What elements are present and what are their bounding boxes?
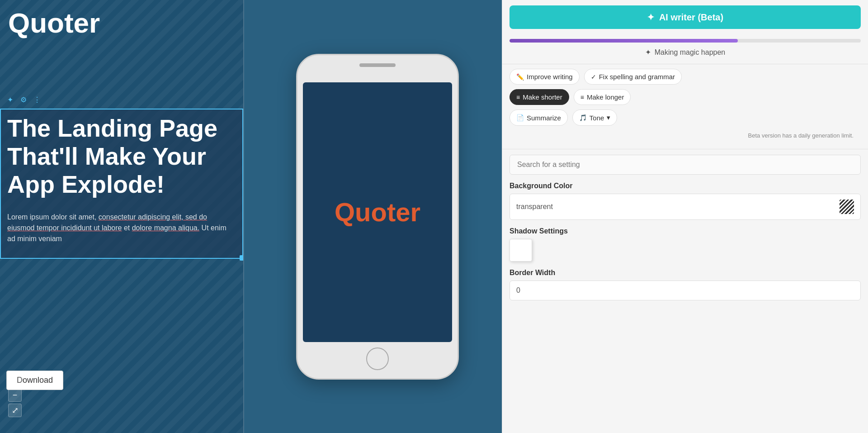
- make-longer-button[interactable]: ≡ Make longer: [574, 89, 631, 105]
- resize-handle[interactable]: [240, 255, 244, 261]
- phone-mockup: Quoter: [296, 54, 459, 380]
- shadow-preview[interactable]: [509, 239, 532, 262]
- chevron-down-icon: ▾: [607, 114, 610, 122]
- summarize-button[interactable]: 📄 Summarize: [509, 109, 568, 126]
- body-text-start: Lorem ipsum dolor sit amet,: [7, 213, 99, 221]
- check-icon: ✓: [591, 73, 596, 81]
- heading-text: The Landing Page That'll Make Your App E…: [1, 109, 242, 207]
- tone-button[interactable]: 🎵 Tone ▾: [572, 109, 618, 126]
- progress-track: [509, 39, 861, 43]
- making-magic-label: Making magic happen: [655, 48, 726, 57]
- zoom-out-button[interactable]: −: [8, 388, 22, 402]
- ai-writer-label: AI writer (Beta): [659, 12, 723, 23]
- move-icon[interactable]: ✦: [5, 94, 15, 105]
- phone-screen: Quoter: [303, 82, 452, 342]
- summarize-label: Summarize: [527, 114, 561, 122]
- zoom-in-button[interactable]: +: [8, 373, 22, 386]
- ai-writer-button[interactable]: ✦ AI writer (Beta): [509, 5, 861, 29]
- settings-search-input[interactable]: [509, 155, 861, 175]
- make-shorter-label: Make shorter: [523, 93, 562, 101]
- tone-label: Tone: [590, 114, 604, 122]
- border-width-row[interactable]: 0: [509, 281, 861, 300]
- body-text-mid: et: [122, 224, 132, 232]
- desktop-panel: Quoter ✦ ⚙ ⋮ The Landing Page That'll Ma…: [0, 0, 244, 433]
- make-shorter-button[interactable]: ≡ Make shorter: [509, 89, 569, 105]
- progress-fill: [509, 39, 738, 43]
- shadow-settings-label: Shadow Settings: [509, 227, 861, 235]
- selected-block[interactable]: ✦ ⚙ ⋮ The Landing Page That'll Make Your…: [0, 109, 243, 259]
- background-color-value: transparent: [516, 203, 553, 211]
- doc-icon: 📄: [516, 114, 524, 121]
- border-width-value: 0: [516, 286, 520, 294]
- expand-icon: ≡: [580, 94, 584, 101]
- block-toolbar: ✦ ⚙ ⋮: [1, 92, 46, 107]
- fix-spelling-button[interactable]: ✓ Fix spelling and grammar: [584, 69, 682, 85]
- body-text: Lorem ipsum dolor sit amet, consectetur …: [1, 207, 242, 258]
- phone-home-button[interactable]: [366, 347, 389, 370]
- ai-actions-row-1: ✏️ Improve writing ✓ Fix spelling and gr…: [509, 69, 861, 85]
- settings-section: Background Color transparent Shadow Sett…: [502, 149, 868, 306]
- zoom-controls: + − ⤢: [8, 373, 22, 417]
- transparent-icon: [840, 200, 854, 214]
- border-width-label: Border Width: [509, 269, 861, 277]
- tone-icon: 🎵: [579, 114, 587, 121]
- zoom-fullscreen-button[interactable]: ⤢: [8, 404, 22, 417]
- sparkle-icon-2: ✦: [645, 48, 651, 57]
- making-magic: ✦ Making magic happen: [502, 44, 868, 64]
- make-longer-label: Make longer: [587, 93, 624, 101]
- canvas-area: Quoter ✦ ⚙ ⋮ The Landing Page That'll Ma…: [0, 0, 502, 433]
- ai-actions-row-3: 📄 Summarize 🎵 Tone ▾: [509, 109, 861, 126]
- wand-icon: ✏️: [516, 73, 524, 81]
- ai-actions: ✏️ Improve writing ✓ Fix spelling and gr…: [502, 64, 868, 149]
- right-panel: ✦ AI writer (Beta) ✦ Making magic happen…: [502, 0, 868, 433]
- sparkle-icon: ✦: [647, 12, 655, 23]
- beta-note: Beta version has a daily generation limi…: [509, 130, 861, 144]
- quoter-title: Quoter: [8, 9, 100, 37]
- improve-writing-label: Improve writing: [527, 73, 573, 81]
- settings-icon[interactable]: ⚙: [18, 94, 29, 105]
- mobile-panel: Quoter: [251, 0, 502, 433]
- ai-actions-row-2: ≡ Make shorter ≡ Make longer: [509, 89, 861, 105]
- background-color-label: Background Color: [509, 182, 861, 190]
- shadow-preview-container: [509, 239, 861, 262]
- phone-speaker: [359, 63, 396, 67]
- more-icon[interactable]: ⋮: [32, 94, 42, 105]
- fix-spelling-label: Fix spelling and grammar: [599, 73, 675, 81]
- improve-writing-button[interactable]: ✏️ Improve writing: [509, 69, 580, 85]
- body-text-link2: dolore magna aliqua.: [132, 224, 199, 232]
- background-color-row[interactable]: transparent: [509, 194, 861, 220]
- progress-container: [509, 39, 861, 43]
- compress-icon: ≡: [516, 94, 520, 101]
- phone-app-name: Quoter: [335, 197, 420, 227]
